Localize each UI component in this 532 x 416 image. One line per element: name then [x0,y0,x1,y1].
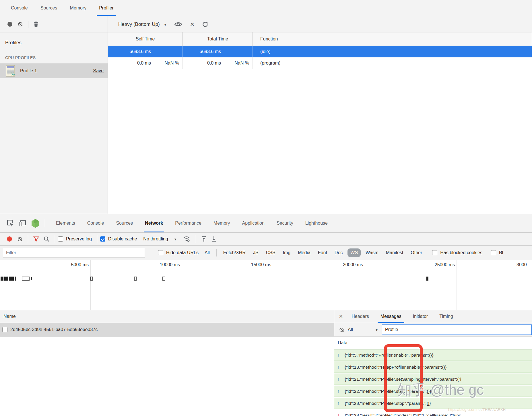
type-filter-manifest[interactable]: Manifest [383,249,406,257]
arrow-up-icon: ↑ [337,364,345,370]
column-header-self-time[interactable]: Self Time [108,32,183,46]
throttling-select[interactable]: No throttling [143,236,168,242]
clear-network-icon[interactable] [18,237,22,241]
column-divider [253,87,253,214]
divider [55,235,55,243]
network-conditions-icon[interactable] [182,236,191,242]
has-blocked-cookies-label: Has blocked cookies [440,250,482,255]
exclude-x-icon[interactable]: ✕ [190,21,195,28]
profile-list-item[interactable]: % Profile 1 Save [0,63,108,78]
device-toolbar-icon[interactable] [18,219,26,227]
arrow-down-icon: ↓ [337,412,345,416]
ws-message-row[interactable]: ↑{"id":5,"method":"Profiler.enable","par… [334,349,532,361]
column-header-total-time[interactable]: Total Time [183,32,253,46]
type-filter-wasm[interactable]: Wasm [363,249,381,257]
tab-console[interactable]: Console [9,0,30,16]
close-icon[interactable]: ✕ [339,310,343,323]
node-hexagon-icon[interactable] [31,219,40,228]
cpu-profiles-section-label: CPU PROFILES [0,46,108,63]
request-row[interactable]: 2d4505bc-3d9e-4561-ba07-5eb93e6e037c [0,323,334,337]
disable-cache-checkbox[interactable] [100,236,105,242]
ws-message-row[interactable]: ↑{"id":21,"method":"Profiler.setSampling… [334,374,532,385]
filter-funnel-icon[interactable] [33,236,39,242]
clear-profiles-icon[interactable] [18,22,22,26]
ws-message-row[interactable]: ↑{"id":28,"method":"Profiler.stop","para… [334,398,532,409]
search-icon[interactable] [44,236,50,242]
details-tabbar: ✕ Headers Messages Initiator Timing [334,310,532,323]
tab-elements[interactable]: Elements [53,214,78,232]
type-filter-font[interactable]: Font [315,249,330,257]
tab-security[interactable]: Security [274,214,296,232]
arrow-up-icon: ↑ [337,352,345,358]
record-network-icon[interactable] [7,236,12,242]
grid-row-program[interactable]: 0.0 msNaN % 0.0 msNaN % (program) [108,57,532,69]
tab-profiler[interactable]: Profiler [97,0,116,16]
self-time-value: 0.0 ms [108,61,151,66]
import-har-icon[interactable] [201,236,207,242]
filter-input[interactable] [3,248,145,258]
record-profile-icon[interactable] [7,22,12,27]
type-filter-all[interactable]: All [202,249,212,257]
tab-network[interactable]: Network [142,214,166,232]
clear-messages-icon[interactable] [339,328,343,332]
view-mode-select[interactable]: Heavy (Bottom Up) [118,22,160,27]
tick-label: 5000 ms [60,262,89,267]
ws-message-row[interactable]: ↓{"id":28,"result":{"profile":{"nodes":[… [334,410,532,416]
tab-performance[interactable]: Performance [172,214,204,232]
delete-profile-icon[interactable] [34,22,38,27]
tab-memory[interactable]: Memory [211,214,233,232]
message-type-select[interactable]: All ▼ [348,327,382,332]
tab-lighthouse[interactable]: Lighthouse [302,214,331,232]
profiler-sidebar: Profiles CPU PROFILES % [0,16,108,214]
tab-sources[interactable]: Sources [113,214,136,232]
hide-data-urls-label: Hide data URLs [166,250,199,255]
function-name: (program) [253,57,532,69]
blocked-requests-checkbox[interactable] [491,250,496,255]
activity-bar [1,277,3,281]
message-type-value: All [348,327,353,332]
tab-memory[interactable]: Memory [67,0,89,16]
has-blocked-cookies-checkbox[interactable] [432,250,437,255]
type-filter-css[interactable]: CSS [263,249,278,257]
inspect-element-icon[interactable] [6,219,14,227]
tab-sources[interactable]: Sources [38,0,60,16]
refresh-icon[interactable] [202,21,208,28]
type-filter-fetch-xhr[interactable]: Fetch/XHR [221,249,248,257]
divider [28,21,28,28]
tab-application[interactable]: Application [239,214,267,232]
grid-row-idle[interactable]: 6693.6 ms 6693.6 ms (idle) [108,46,532,57]
type-filter-img[interactable]: Img [280,249,293,257]
ws-message-row[interactable]: ↑{"id":22,"method":"Profiler.start","par… [334,386,532,397]
name-column-header[interactable]: Name [0,310,334,323]
type-filter-other[interactable]: Other [408,249,425,257]
message-filter-input[interactable] [382,324,532,335]
self-time-pct: NaN % [151,61,182,66]
type-filter-ws[interactable]: WS [347,248,361,257]
network-panel: Elements Console Sources Network Perform… [0,214,532,416]
arrow-up-icon: ↑ [337,400,345,406]
profiler-toolbar [0,16,108,32]
gridline [273,260,273,310]
tab-messages[interactable]: Messages [379,310,403,323]
tab-headers[interactable]: Headers [350,310,370,323]
preserve-log-checkbox[interactable] [58,236,63,242]
tab-timing[interactable]: Timing [438,310,455,323]
tab-initiator[interactable]: Initiator [411,310,430,323]
network-overview-timeline[interactable]: 5000 ms 10000 ms 15000 ms 20000 ms 25000… [0,260,532,310]
hide-data-urls-checkbox[interactable] [158,250,163,255]
column-header-function[interactable]: Function [253,32,532,46]
tick-label: 15000 ms [242,262,271,267]
export-har-icon[interactable] [211,236,217,242]
request-checkbox[interactable] [2,327,7,332]
ws-message-row[interactable]: ↑{"id":13,"method":"HeapProfiler.enable"… [334,361,532,373]
type-filter-js[interactable]: JS [251,249,261,257]
type-filter-media[interactable]: Media [295,249,313,257]
tab-console[interactable]: Console [84,214,107,232]
tick-label: 25000 ms [426,262,455,267]
type-filter-doc[interactable]: Doc [332,249,345,257]
save-profile-link[interactable]: Save [93,68,104,73]
data-column-header[interactable]: Data [334,337,532,349]
divider [97,235,97,243]
activity-bar [9,277,14,281]
focus-eye-icon[interactable] [174,22,182,27]
